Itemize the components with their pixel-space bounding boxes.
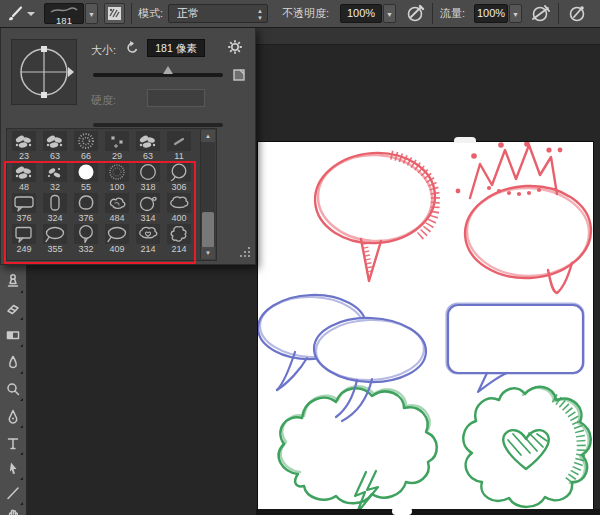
gradient-tool[interactable] [3, 326, 23, 348]
options-bar: 181 ▼ 模式: 正常 ▲▼ 不透明度: 100% ▼ 流量: [0, 0, 600, 28]
path-select-icon [5, 460, 21, 476]
brush-preset-panel: 大小: 181 像素 硬度: [0, 27, 256, 265]
tool-flyout-indicator [20, 425, 23, 428]
blur-icon [5, 354, 21, 370]
flow-value[interactable]: 100% [474, 4, 508, 23]
scrollbar-thumb[interactable] [202, 212, 214, 248]
brush-picker-arrow[interactable]: ▼ [85, 3, 98, 24]
document-canvas[interactable] [258, 142, 593, 509]
gradient-icon [5, 327, 21, 343]
tool-flyout-indicator [20, 344, 23, 347]
airbrush-icon[interactable] [530, 4, 552, 23]
pen-tool[interactable] [3, 407, 23, 429]
opacity-label: 不透明度: [282, 0, 329, 27]
eraser-icon [5, 300, 21, 316]
brush-preset-size: 23 [12, 151, 36, 161]
pressure-size-icon[interactable] [568, 4, 588, 23]
reset-size-icon[interactable] [125, 40, 140, 59]
brush-preset-size: 29 [105, 151, 129, 161]
canvas-bottom-edge [256, 509, 600, 515]
tool-flyout-indicator [20, 398, 23, 401]
mode-stepper-icon[interactable]: ▲▼ [257, 8, 263, 22]
brush-angle-control[interactable] [11, 39, 77, 105]
annotation-highlight-rect [4, 161, 196, 264]
brush-stroke-preview-icon [49, 6, 79, 14]
mode-value: 正常 [177, 7, 199, 19]
stars-brush-icon [105, 131, 129, 151]
dodge-tool[interactable] [3, 380, 23, 402]
toggle-brush-panel-button[interactable] [104, 3, 125, 24]
brush-preset-63[interactable]: 63 [136, 131, 160, 161]
scroll-up-icon[interactable]: ▲ [201, 130, 215, 142]
pressure-opacity-icon[interactable] [406, 4, 426, 23]
brush-tool-icon[interactable] [6, 4, 25, 23]
brush-preset-63[interactable]: 63 [43, 131, 67, 161]
brush-preset-66[interactable]: 66 [74, 131, 98, 161]
tool-dropdown-arrow-icon[interactable] [27, 12, 35, 16]
preset-scrollbar[interactable]: ▲ ▼ [200, 130, 215, 259]
blue-bubbles [258, 293, 584, 421]
pen-icon [5, 408, 21, 424]
opacity-value[interactable]: 100% [340, 4, 382, 23]
tool-flyout-indicator [20, 290, 23, 293]
tool-flyout-indicator [20, 452, 23, 455]
hardness-label: 硬度: [91, 93, 116, 108]
tool-flyout-indicator [20, 477, 23, 480]
canvas-bottom-notch [392, 505, 412, 515]
brush-preset-size: 63 [43, 151, 67, 161]
size-slider[interactable] [93, 73, 223, 77]
size-slider-thumb[interactable] [163, 66, 173, 74]
canvas-top-notch [454, 137, 476, 143]
brush-preset-29[interactable]: 29 [105, 131, 129, 161]
fuzz-brush-icon [74, 131, 98, 151]
hardness-slider [93, 123, 223, 127]
flow-dropdown-arrow[interactable]: ▼ [509, 4, 522, 23]
mode-select[interactable]: 正常 ▲▼ [168, 4, 268, 23]
new-preset-icon[interactable] [231, 67, 247, 87]
green-bubbles [279, 386, 591, 509]
brush-preset-size: 63 [136, 151, 160, 161]
panel-resize-grip[interactable] [240, 244, 251, 262]
panel-gear-icon[interactable] [227, 39, 243, 59]
leaves-brush-icon [43, 131, 67, 151]
photoshop-window: 181 ▼ 模式: 正常 ▲▼ 不透明度: 100% ▼ 流量: [0, 0, 600, 515]
type-icon [5, 435, 21, 451]
size-label: 大小: [91, 43, 116, 58]
brush-preset-size: 66 [74, 151, 98, 161]
scroll-down-icon[interactable]: ▼ [201, 247, 215, 259]
eraser-tool[interactable] [3, 299, 23, 321]
leaves-brush-icon [136, 131, 160, 151]
clone-stamp-icon [5, 273, 21, 289]
sketch-speech-bubbles [258, 142, 593, 509]
tool-flyout-indicator [20, 317, 23, 320]
path-select-tool[interactable] [3, 459, 23, 481]
line-icon [5, 485, 21, 501]
mode-label: 模式: [138, 0, 163, 27]
hardness-value-field [147, 89, 205, 107]
dodge-icon [5, 381, 21, 397]
hand-icon [5, 506, 21, 515]
red-bubbles [312, 142, 593, 293]
opacity-dropdown-arrow[interactable]: ▼ [383, 4, 396, 23]
line-tool[interactable] [3, 484, 23, 506]
clone-stamp-tool[interactable] [3, 272, 23, 294]
hand-tool[interactable] [3, 505, 23, 515]
brush-preset-size: 11 [167, 151, 191, 161]
brush-preset-11[interactable]: 11 [167, 131, 191, 161]
brush-preset-23[interactable]: 23 [12, 131, 36, 161]
leaves-brush-icon [12, 131, 36, 151]
document-tab-band [256, 27, 600, 45]
type-tool[interactable] [3, 434, 23, 456]
tool-flyout-indicator [20, 371, 23, 374]
dash-brush-icon [167, 131, 191, 151]
brush-preset-picker[interactable]: 181 [44, 3, 84, 24]
flow-label: 流量: [440, 0, 465, 27]
brush-size-preview: 181 [45, 16, 83, 25]
size-value-field[interactable]: 181 像素 [147, 39, 205, 57]
blur-tool[interactable] [3, 353, 23, 375]
